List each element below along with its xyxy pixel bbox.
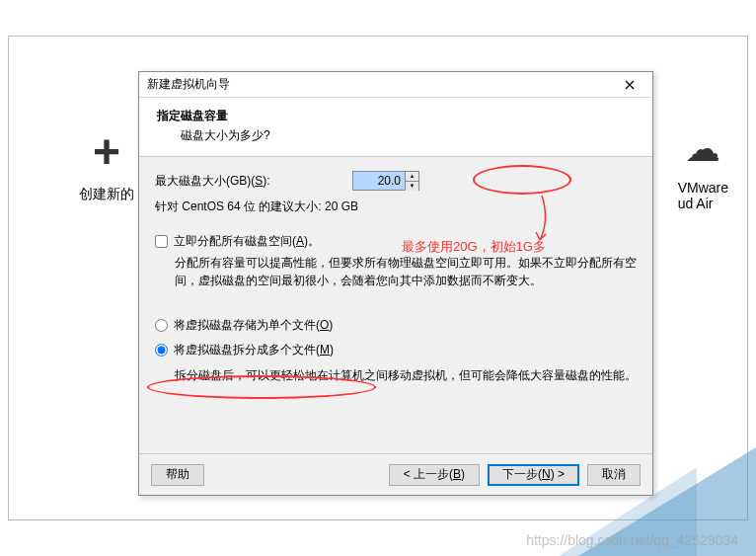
spinner-down-button[interactable]: ▼ — [406, 182, 418, 191]
cancel-button[interactable]: 取消 — [587, 464, 641, 486]
bg-right-label: VMware ud Air — [678, 180, 728, 211]
dialog-header: 指定磁盘容量 磁盘大小为多少? — [139, 98, 652, 157]
bg-cloud-tile: ☁ VMware ud Air — [678, 128, 728, 211]
watermark: https://blog.csdn.net/qq_42529034 — [526, 532, 738, 548]
disk-size-input[interactable] — [353, 172, 405, 190]
disk-size-label: 最大磁盘大小(GB)(S): — [155, 173, 352, 190]
dialog-content: 最大磁盘大小(GB)(S): ▲ ▼ 针对 CentOS 64 位 的建议大小:… — [139, 157, 652, 398]
single-file-label: 将虚拟磁盘存储为单个文件(O) — [174, 317, 333, 334]
back-button[interactable]: < 上一步(B) — [389, 464, 480, 486]
split-files-radio[interactable] — [155, 344, 168, 357]
allocate-now-checkbox[interactable] — [155, 235, 168, 248]
bg-create-tile: + 创建新的 — [79, 128, 134, 203]
close-button[interactable] — [613, 75, 646, 95]
bg-create-label: 创建新的 — [79, 186, 134, 203]
help-button[interactable]: 帮助 — [151, 464, 204, 486]
close-icon — [625, 80, 635, 90]
header-title: 指定磁盘容量 — [157, 108, 635, 124]
window-title: 新建虚拟机向导 — [147, 76, 613, 93]
cloud-icon: ☁ — [678, 128, 728, 170]
wizard-dialog: 新建虚拟机向导 指定磁盘容量 磁盘大小为多少? 最大磁盘大小(GB)(S): ▲… — [138, 71, 653, 496]
allocate-desc: 分配所有容量可以提高性能，但要求所有物理磁盘空间立即可用。如果不立即分配所有空间… — [175, 254, 637, 289]
titlebar: 新建虚拟机向导 — [139, 72, 652, 98]
split-files-label: 将虚拟磁盘拆分成多个文件(M) — [174, 342, 334, 358]
button-bar: 帮助 < 上一步(B) 下一步(N) > 取消 — [139, 453, 652, 495]
annotation-text: 最多使用20G，初始1G多 — [402, 238, 546, 256]
spinner-up-button[interactable]: ▲ — [406, 172, 418, 182]
single-file-radio[interactable] — [155, 319, 168, 332]
recommend-text: 针对 CentOS 64 位 的建议大小: 20 GB — [155, 199, 637, 215]
next-button[interactable]: 下一步(N) > — [488, 464, 579, 486]
allocate-now-label: 立即分配所有磁盘空间(A)。 — [174, 233, 320, 250]
plus-icon: + — [79, 128, 134, 176]
disk-size-spinner[interactable]: ▲ ▼ — [352, 171, 419, 191]
header-subtitle: 磁盘大小为多少? — [181, 127, 635, 144]
split-desc: 拆分磁盘后，可以更轻松地在计算机之间移动虚拟机，但可能会降低大容量磁盘的性能。 — [175, 366, 637, 384]
